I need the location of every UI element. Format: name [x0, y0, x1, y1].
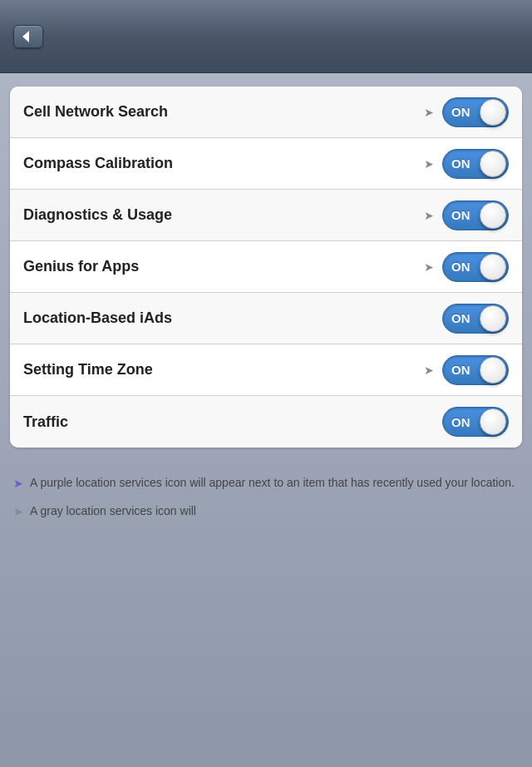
settings-row-traffic: TrafficON [10, 396, 522, 448]
footer-arrow-icon-1: ➤ [13, 503, 23, 521]
footer-arrow-icon-0: ➤ [13, 475, 23, 492]
toggle-knob-diagnostics-usage [480, 202, 506, 229]
row-label-setting-time-zone: Setting Time Zone [23, 361, 424, 379]
settings-row-genius-for-apps: Genius for Apps➤ON [10, 241, 522, 293]
toggle-on-label-setting-time-zone: ON [451, 363, 470, 377]
toggle-setting-time-zone[interactable]: ON [442, 355, 509, 385]
toggle-location-based-iads[interactable]: ON [442, 304, 509, 334]
toggle-traffic[interactable]: ON [442, 407, 509, 437]
toggle-on-label-diagnostics-usage: ON [451, 208, 470, 222]
location-arrow-icon-cell-network-search: ➤ [424, 106, 434, 119]
footer-text-1: A gray location services icon will [30, 502, 196, 520]
row-label-diagnostics-usage: Diagnostics & Usage [23, 206, 424, 224]
toggle-knob-setting-time-zone [480, 357, 506, 384]
footer-note-item-0: ➤A purple location services icon will ap… [13, 474, 519, 492]
toggle-on-label-cell-network-search: ON [451, 105, 470, 119]
settings-row-setting-time-zone: Setting Time Zone➤ON [10, 344, 522, 396]
footer-text-0: A purple location services icon will app… [30, 474, 515, 492]
row-label-cell-network-search: Cell Network Search [23, 103, 424, 121]
toggle-cell-network-search[interactable]: ON [442, 97, 509, 127]
toggle-genius-for-apps[interactable]: ON [442, 252, 509, 282]
settings-row-cell-network-search: Cell Network Search➤ON [10, 87, 522, 138]
toggle-knob-cell-network-search [480, 99, 506, 126]
footer-notes: ➤A purple location services icon will ap… [0, 461, 532, 521]
row-label-traffic: Traffic [23, 413, 442, 431]
settings-row-diagnostics-usage: Diagnostics & Usage➤ON [10, 190, 522, 241]
toggle-on-label-genius-for-apps: ON [451, 260, 470, 274]
settings-row-location-based-iads: Location-Based iAdsON [10, 293, 522, 344]
toggle-compass-calibration[interactable]: ON [442, 149, 509, 179]
toggle-knob-traffic [480, 408, 506, 435]
row-label-location-based-iads: Location-Based iAds [23, 309, 442, 327]
toggle-on-label-traffic: ON [451, 415, 470, 429]
location-arrow-icon-diagnostics-usage: ➤ [424, 209, 434, 222]
back-button[interactable] [13, 25, 43, 48]
toggle-on-label-compass-calibration: ON [451, 156, 470, 171]
toggle-knob-compass-calibration [480, 151, 506, 177]
toggle-on-label-location-based-iads: ON [451, 311, 470, 325]
back-chevron-icon [22, 31, 29, 42]
header [0, 0, 532, 73]
location-arrow-icon-setting-time-zone: ➤ [424, 364, 434, 377]
footer-note-item-1: ➤A gray location services icon will [13, 502, 519, 521]
content-area: Cell Network Search➤ONCompass Calibratio… [0, 73, 532, 461]
location-arrow-icon-genius-for-apps: ➤ [424, 260, 434, 274]
settings-row-compass-calibration: Compass Calibration➤ON [10, 138, 522, 190]
toggle-diagnostics-usage[interactable]: ON [442, 200, 509, 230]
toggle-knob-genius-for-apps [480, 254, 506, 280]
toggle-knob-location-based-iads [480, 305, 506, 332]
location-arrow-icon-compass-calibration: ➤ [424, 157, 434, 171]
row-label-compass-calibration: Compass Calibration [23, 155, 424, 172]
settings-table: Cell Network Search➤ONCompass Calibratio… [10, 87, 522, 448]
row-label-genius-for-apps: Genius for Apps [23, 258, 424, 275]
